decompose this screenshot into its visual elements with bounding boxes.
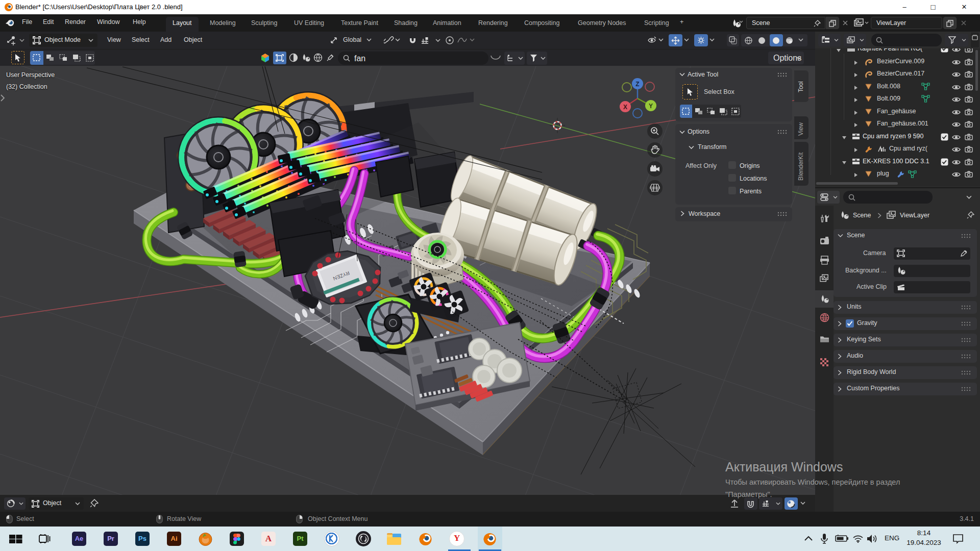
svg-text:Y: Y bbox=[649, 103, 653, 110]
svg-text:Z: Z bbox=[635, 81, 639, 88]
svg-text:X: X bbox=[623, 104, 627, 111]
